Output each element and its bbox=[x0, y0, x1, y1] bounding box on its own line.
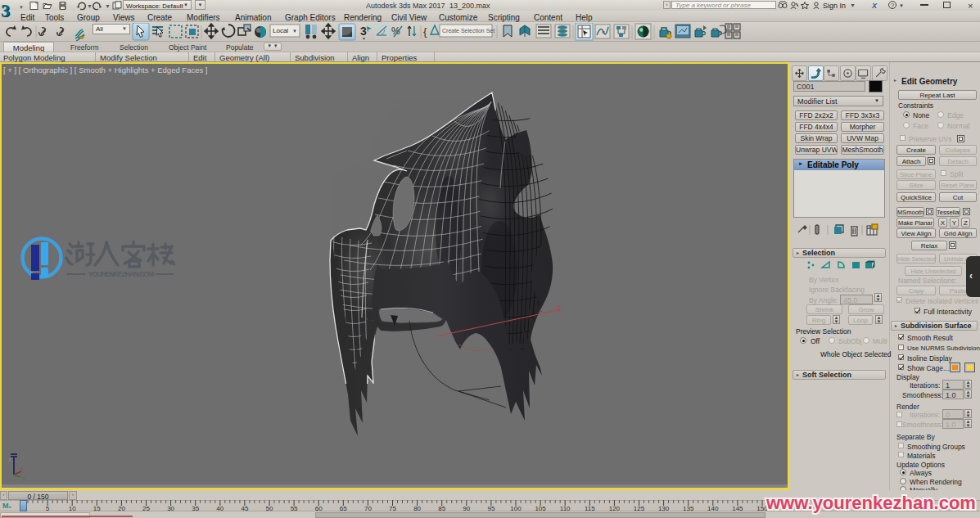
svg-text:20: 20 bbox=[118, 505, 125, 512]
svg-text:105: 105 bbox=[535, 505, 546, 512]
svg-text:25: 25 bbox=[142, 505, 150, 512]
svg-text:145: 145 bbox=[732, 505, 743, 512]
svg-text:Create Selection Set: Create Selection Set bbox=[442, 28, 495, 34]
svg-text:75: 75 bbox=[389, 505, 396, 512]
svg-text:%: % bbox=[391, 25, 400, 37]
svg-text:▼: ▼ bbox=[850, 2, 856, 8]
svg-text:90: 90 bbox=[463, 505, 470, 512]
svg-text:50: 50 bbox=[266, 505, 273, 512]
svg-text:Sign In: Sign In bbox=[823, 2, 846, 10]
svg-text:115: 115 bbox=[585, 505, 595, 512]
svg-text:▼: ▼ bbox=[292, 29, 297, 34]
svg-text:65: 65 bbox=[340, 505, 347, 512]
svg-text:35: 35 bbox=[192, 505, 199, 512]
svg-text:Local: Local bbox=[273, 27, 288, 34]
svg-text:100: 100 bbox=[510, 505, 522, 512]
svg-text:85: 85 bbox=[438, 505, 445, 512]
svg-text:130: 130 bbox=[658, 505, 670, 512]
svg-text:5: 5 bbox=[46, 505, 50, 512]
svg-text:120: 120 bbox=[609, 505, 621, 512]
svg-text:30: 30 bbox=[167, 505, 174, 512]
svg-text:135: 135 bbox=[683, 505, 694, 512]
svg-text:60: 60 bbox=[315, 505, 323, 512]
svg-text:▼: ▼ bbox=[105, 3, 111, 9]
svg-text:55: 55 bbox=[291, 505, 298, 512]
svg-text:15: 15 bbox=[93, 505, 101, 512]
svg-text:110: 110 bbox=[560, 505, 571, 512]
svg-text:70: 70 bbox=[364, 505, 372, 512]
svg-text:▼: ▼ bbox=[362, 36, 366, 41]
svg-text:125: 125 bbox=[634, 505, 645, 512]
svg-text:10: 10 bbox=[69, 505, 76, 512]
svg-text:45: 45 bbox=[241, 505, 248, 512]
svg-text:40: 40 bbox=[216, 505, 224, 512]
svg-text:140: 140 bbox=[707, 505, 719, 512]
svg-text:95: 95 bbox=[487, 505, 495, 512]
svg-text:80: 80 bbox=[413, 505, 421, 512]
svg-text:▼: ▼ bbox=[87, 3, 93, 9]
svg-text:{: { bbox=[423, 25, 427, 38]
